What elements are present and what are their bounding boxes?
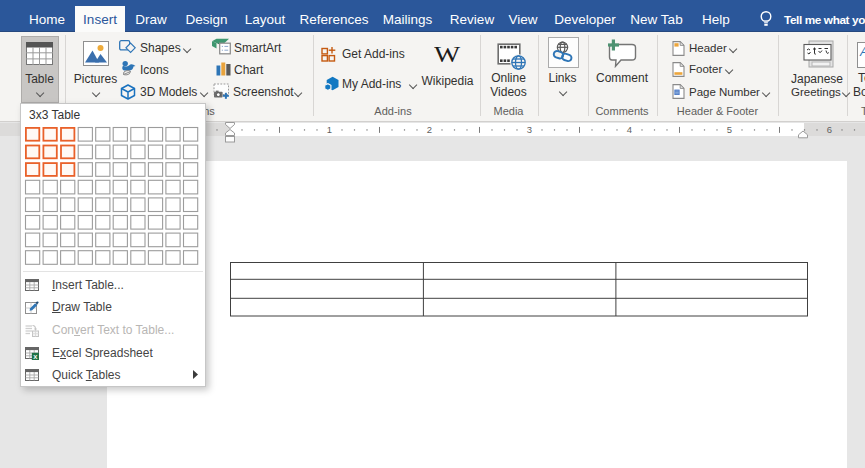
svg-text:3: 3 — [527, 124, 532, 135]
svg-text:6: 6 — [827, 124, 832, 135]
svg-text:4: 4 — [627, 124, 632, 135]
svg-text:1: 1 — [327, 124, 332, 135]
svg-text:2: 2 — [427, 124, 432, 135]
svg-text:5: 5 — [727, 124, 732, 135]
